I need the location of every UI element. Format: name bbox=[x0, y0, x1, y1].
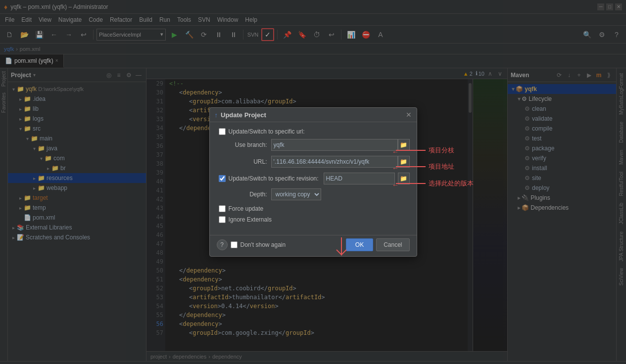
ignore-externals-checkbox[interactable] bbox=[219, 216, 226, 223]
branch-annotation-text: 项目分枝 bbox=[429, 146, 454, 155]
use-branch-browse-button[interactable]: 📁 bbox=[398, 139, 410, 151]
url-row: URL: 📁 bbox=[217, 156, 410, 168]
url-input[interactable] bbox=[271, 156, 398, 168]
dialog-title: ↑ Update Project bbox=[215, 111, 266, 119]
revision-annotation-text: 选择此处的版本 bbox=[429, 179, 474, 188]
update-switch-url-row: Update/Switch to specific url: bbox=[217, 128, 410, 135]
depth-row: Depth: working copy infinity immediates … bbox=[217, 188, 410, 200]
force-update-checkbox[interactable] bbox=[219, 205, 226, 212]
dialog-title-bar: ↑ Update Project ✕ bbox=[210, 108, 417, 122]
use-branch-input[interactable] bbox=[271, 139, 398, 151]
revision-label: Update/Switch to specific revision: bbox=[229, 175, 319, 182]
dialog-footer-left: ? Don't show again bbox=[217, 239, 286, 250]
dialog-help-button[interactable]: ? bbox=[217, 239, 228, 250]
dialog-footer-right: OK Cancel bbox=[346, 238, 410, 251]
dialog-body: Update/Switch to specific url: Use branc… bbox=[210, 122, 417, 233]
url-browse-button[interactable]: 📁 bbox=[398, 156, 410, 168]
dialog-cancel-button[interactable]: Cancel bbox=[376, 238, 409, 251]
dialog-footer: ? Don't show again OK Cancel bbox=[210, 235, 417, 256]
ignore-externals-label: Ignore Externals bbox=[229, 216, 272, 223]
dialog-overlay: ↑ Update Project ✕ Update/Switch to spec… bbox=[0, 0, 626, 364]
dialog-close-button[interactable]: ✕ bbox=[406, 111, 412, 119]
revision-checkbox[interactable] bbox=[219, 175, 226, 182]
dialog-title-text: Update Project bbox=[221, 111, 266, 119]
dialog-title-icon: ↑ bbox=[215, 111, 218, 119]
update-switch-url-label: Update/Switch to specific url: bbox=[229, 128, 305, 135]
url-label: URL: bbox=[217, 158, 271, 165]
update-switch-url-checkbox[interactable] bbox=[219, 128, 226, 135]
revision-input[interactable] bbox=[324, 173, 395, 184]
url-annotation-text: 项目地址 bbox=[429, 162, 454, 171]
force-update-label: Force update bbox=[229, 205, 264, 212]
dont-show-label: Don't show again bbox=[241, 241, 286, 248]
dont-show-checkbox[interactable] bbox=[231, 241, 238, 248]
depth-select[interactable]: working copy infinity immediates files e… bbox=[271, 188, 321, 200]
revision-row: Update/Switch to specific revision: 📁 bbox=[217, 173, 410, 184]
use-branch-row: Use branch: 📁 bbox=[217, 139, 410, 151]
ignore-externals-row: Ignore Externals bbox=[217, 216, 410, 223]
update-project-dialog: ↑ Update Project ✕ Update/Switch to spec… bbox=[209, 107, 417, 257]
force-update-row: Force update bbox=[217, 205, 410, 212]
revision-browse-button[interactable]: 📁 bbox=[398, 173, 410, 184]
depth-label: Depth: bbox=[217, 191, 271, 198]
use-branch-label: Use branch: bbox=[217, 141, 271, 148]
dialog-ok-button[interactable]: OK bbox=[346, 238, 373, 251]
